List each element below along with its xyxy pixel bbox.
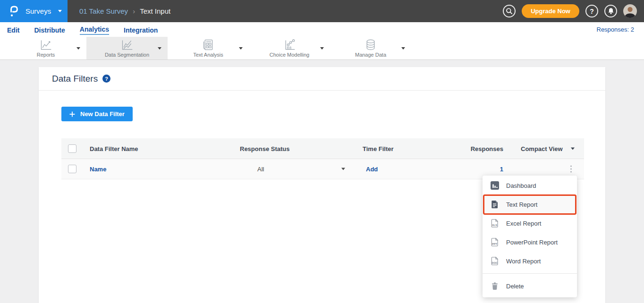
search-icon: [506, 8, 513, 15]
help-button[interactable]: ?: [585, 5, 598, 17]
toolbar-item-label: Data Segmentation: [105, 52, 149, 58]
compact-view-selector[interactable]: Compact View: [521, 145, 575, 152]
menu-item-label: Text Report: [506, 201, 537, 208]
menu-item-label: PowerPoint Report: [506, 239, 558, 246]
toolbar-item-manage-data[interactable]: Manage Data: [330, 37, 411, 59]
tab-analytics[interactable]: Analytics: [80, 25, 109, 35]
text-report-icon: [491, 200, 499, 209]
chevron-down-icon[interactable]: [239, 47, 243, 50]
row-actions-context-menu: Dashboard Text Report XLS Excel Report: [483, 176, 577, 297]
ppt-file-icon: PPT: [491, 238, 499, 246]
plus-icon: [69, 111, 75, 117]
toolbar-item-label: Reports: [37, 52, 55, 58]
document-grid-icon: [200, 39, 216, 51]
menu-item-text-report[interactable]: Text Report: [483, 195, 577, 214]
analytics-toolbar: Reports Data Segmentation: [0, 37, 644, 60]
page-title: Data Filters: [52, 74, 98, 84]
menu-item-label: Dashboard: [506, 182, 536, 189]
survey-nav-tabs: Edit Distribute Analytics Integration Re…: [0, 22, 644, 37]
breadcrumb-separator: ›: [133, 7, 135, 15]
toolbar-item-data-segmentation[interactable]: Data Segmentation: [86, 37, 168, 59]
responses-value-link[interactable]: 1: [449, 166, 503, 173]
menu-item-excel-report[interactable]: XLS Excel Report: [483, 214, 577, 233]
toolbar-item-choice-modelling[interactable]: Choice Modelling: [249, 37, 330, 59]
doc-badge: DOC: [492, 261, 498, 264]
column-header-responses: Responses: [449, 145, 503, 152]
menu-item-word-report[interactable]: DOC Word Report: [483, 252, 577, 270]
app-screen: Surveys 01 Take Survey › Text Input Upgr…: [0, 0, 644, 303]
toolbar-item-label: Manage Data: [355, 52, 386, 58]
search-button[interactable]: [503, 5, 516, 17]
card-header: Data Filters ?: [39, 67, 605, 91]
menu-item-delete[interactable]: Delete: [483, 277, 577, 295]
breadcrumb-survey-link[interactable]: 01 Take Survey: [79, 7, 128, 15]
new-data-filter-button[interactable]: New Data Filter: [61, 107, 133, 121]
upgrade-now-button[interactable]: Upgrade Now: [522, 4, 579, 18]
toolbar-item-label: Text Analysis: [193, 52, 223, 58]
new-data-filter-label: New Data Filter: [80, 110, 125, 118]
menu-item-label: Word Report: [506, 258, 541, 265]
tab-distribute[interactable]: Distribute: [34, 25, 65, 34]
menu-item-powerpoint-report[interactable]: PPT PowerPoint Report: [483, 233, 577, 252]
select-all-checkbox[interactable]: [68, 144, 76, 153]
user-avatar[interactable]: [623, 4, 637, 18]
topbar-actions: Upgrade Now ?: [503, 4, 637, 18]
row-actions-kebab-menu[interactable]: [568, 164, 575, 175]
avatar-photo: [623, 4, 637, 18]
ppt-badge: PPT: [492, 243, 497, 245]
notifications-button[interactable]: [604, 5, 617, 17]
tab-edit[interactable]: Edit: [7, 25, 19, 34]
xls-badge: XLS: [492, 224, 497, 227]
scatter-chart-icon: [281, 39, 297, 51]
breadcrumb-current-page: Text Input: [140, 7, 170, 15]
toolbar-item-reports[interactable]: Reports: [5, 37, 86, 59]
responses-count: Responses: 2: [597, 26, 635, 33]
compact-view-label: Compact View: [521, 145, 563, 152]
toolbar-item-text-analysis[interactable]: Text Analysis: [168, 37, 249, 59]
data-filters-help-icon[interactable]: ?: [102, 75, 110, 83]
column-header-response-status: Response Status: [240, 145, 289, 152]
chevron-down-icon: [571, 147, 575, 150]
trash-icon: [491, 282, 499, 290]
questionpro-logo-icon: [9, 5, 19, 18]
data-filters-table: Data Filter Name Response Status Time Fi…: [61, 138, 584, 179]
xls-file-icon: XLS: [491, 219, 499, 227]
menu-item-label: Delete: [506, 283, 524, 290]
breadcrumb: 01 Take Survey › Text Input: [79, 7, 170, 15]
toolbar-item-label: Choice Modelling: [270, 52, 309, 58]
menu-divider: [483, 273, 577, 274]
row-checkbox[interactable]: [68, 165, 76, 173]
table-header-row: Data Filter Name Response Status Time Fi…: [61, 138, 584, 159]
bell-icon: [608, 8, 614, 15]
response-status-dropdown[interactable]: All: [257, 166, 345, 173]
chevron-down-icon[interactable]: [158, 47, 161, 50]
topbar: Surveys 01 Take Survey › Text Input Upgr…: [0, 0, 644, 22]
column-header-time-filter: Time Filter: [363, 145, 394, 152]
dashboard-icon: [491, 181, 499, 190]
product-label: Surveys: [25, 7, 51, 15]
menu-item-dashboard[interactable]: Dashboard: [483, 176, 577, 195]
multi-line-chart-icon: [119, 39, 135, 51]
tab-integration[interactable]: Integration: [124, 25, 158, 34]
response-status-value: All: [257, 166, 264, 173]
menu-item-label: Excel Report: [506, 220, 541, 227]
database-icon: [364, 39, 378, 51]
chevron-down-icon[interactable]: [401, 47, 405, 50]
chevron-down-icon: [58, 10, 62, 12]
line-chart-icon: [38, 39, 54, 51]
doc-file-icon: DOC: [491, 257, 499, 265]
chevron-down-icon[interactable]: [76, 47, 80, 50]
chevron-down-icon[interactable]: [320, 47, 324, 50]
chevron-down-icon: [341, 168, 345, 170]
filter-name-link[interactable]: Name: [90, 166, 106, 173]
product-switcher[interactable]: Surveys: [0, 0, 68, 22]
time-filter-add-link[interactable]: Add: [366, 166, 378, 173]
column-header-name: Data Filter Name: [90, 145, 138, 152]
question-mark-icon: ?: [590, 8, 594, 15]
